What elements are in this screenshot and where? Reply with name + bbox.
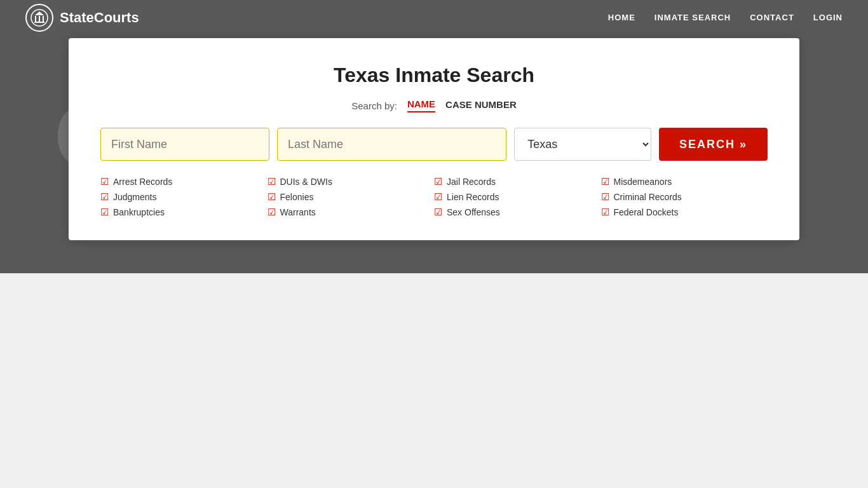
feature-label: Bankruptcies (113, 207, 165, 217)
feature-label: Federal Dockets (614, 207, 679, 217)
feature-item: ☑DUIs & DWIs (268, 176, 435, 187)
search-by-label: Search by: (351, 100, 397, 111)
feature-item: ☑Federal Dockets (601, 207, 768, 218)
check-icon: ☑ (100, 176, 109, 187)
check-icon: ☑ (601, 191, 609, 203)
svg-rect-4 (35, 16, 36, 22)
check-icon: ☑ (434, 176, 442, 187)
tab-case-number[interactable]: CASE NUMBER (445, 99, 517, 112)
state-select[interactable]: Texas Alabama Alaska Arizona Arkansas Ca… (514, 128, 651, 161)
check-icon: ☑ (100, 207, 109, 218)
svg-rect-6 (43, 16, 44, 22)
feature-label: Jail Records (447, 177, 496, 187)
check-icon: ☑ (268, 207, 276, 218)
nav-login[interactable]: LOGIN (813, 13, 843, 22)
feature-item: ☑Criminal Records (601, 191, 768, 203)
check-icon: ☑ (434, 207, 442, 218)
check-icon: ☑ (268, 191, 276, 203)
nav-inmate-search[interactable]: INMATE SEARCH (654, 13, 731, 22)
feature-label: Felonies (280, 192, 314, 202)
nav-contact[interactable]: CONTACT (750, 13, 794, 22)
feature-item: ☑Sex Offenses (434, 207, 601, 218)
feature-item: ☑Warrants (268, 207, 435, 218)
feature-item: ☑Bankruptcies (100, 207, 268, 218)
search-button[interactable]: SEARCH » (659, 128, 768, 161)
svg-marker-3 (35, 11, 44, 15)
nav-links: HOME INMATE SEARCH CONTACT LOGIN (608, 13, 843, 22)
feature-item: ☑Lien Records (434, 191, 601, 203)
tab-name[interactable]: NAME (407, 98, 435, 112)
svg-rect-1 (34, 22, 44, 23)
feature-label: Arrest Records (113, 177, 172, 187)
site-name: StateCourts (60, 10, 139, 26)
feature-item: ☑Judgments (100, 191, 268, 203)
search-by-row: Search by: NAME CASE NUMBER (100, 98, 768, 112)
nav-home[interactable]: HOME (608, 13, 635, 22)
feature-label: Criminal Records (614, 192, 682, 202)
svg-rect-5 (39, 16, 40, 22)
first-name-input[interactable] (100, 128, 269, 161)
check-icon: ☑ (100, 191, 109, 203)
site-logo[interactable]: StateCourts (25, 4, 139, 32)
feature-item: ☑Jail Records (434, 176, 601, 187)
feature-label: Sex Offenses (447, 207, 500, 217)
search-card: Texas Inmate Search Search by: NAME CASE… (69, 38, 799, 240)
search-inputs-row: Texas Alabama Alaska Arizona Arkansas Ca… (100, 128, 768, 161)
feature-label: Warrants (280, 207, 316, 217)
top-navigation: StateCourts HOME INMATE SEARCH CONTACT L… (0, 0, 868, 35)
check-icon: ☑ (601, 207, 609, 218)
check-icon: ☑ (601, 176, 609, 187)
hero-section: COURTHOUSE StateCourts HOME INMATE SEARC… (0, 0, 868, 273)
features-grid: ☑Arrest Records☑DUIs & DWIs☑Jail Records… (100, 176, 768, 218)
feature-label: Misdemeanors (614, 177, 672, 187)
feature-item: ☑Felonies (268, 191, 435, 203)
feature-label: Judgments (113, 192, 156, 202)
feature-item: ☑Misdemeanors (601, 176, 768, 187)
feature-item: ☑Arrest Records (100, 176, 268, 187)
feature-label: Lien Records (447, 192, 499, 202)
logo-icon (25, 4, 53, 32)
check-icon: ☑ (434, 191, 442, 203)
search-title: Texas Inmate Search (100, 64, 768, 87)
check-icon: ☑ (268, 176, 276, 187)
feature-label: DUIs & DWIs (280, 177, 332, 187)
last-name-input[interactable] (277, 128, 506, 161)
